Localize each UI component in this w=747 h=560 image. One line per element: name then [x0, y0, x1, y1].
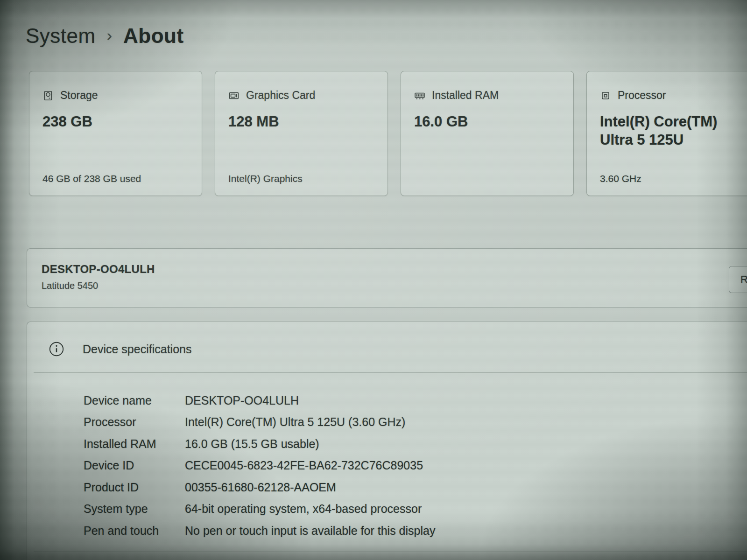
device-name-text: DESKTOP-OO4LULH — [42, 263, 155, 276]
installed-ram-card-value: 16.0 GB — [414, 113, 562, 131]
gpu-icon — [228, 90, 240, 101]
graphics-card-value: 128 MB — [228, 113, 376, 131]
divider — [34, 372, 747, 373]
spec-label: System type — [84, 502, 185, 516]
rename-pc-button[interactable]: R — [729, 266, 747, 293]
device-name-panel: DESKTOP-OO4LULH Latitude 5450 R — [27, 248, 747, 308]
graphics-card-sublabel: Intel(R) Graphics — [228, 173, 303, 184]
spec-row-installed-ram: Installed RAM 16.0 GB (15.5 GB usable) — [84, 433, 747, 455]
spec-label: Product ID — [84, 481, 185, 494]
processor-card-label: Processor — [618, 89, 666, 102]
storage-card-value: 238 GB — [42, 113, 190, 131]
spec-row-system-type: System type 64-bit operating system, x64… — [84, 498, 747, 520]
installed-ram-card: Installed RAM 16.0 GB — [401, 71, 574, 196]
spec-label: Device name — [84, 394, 185, 407]
spec-row-pen-and-touch: Pen and touch No pen or touch input is a… — [84, 520, 747, 542]
page-title: About — [123, 24, 184, 48]
spec-row-device-name: Device name DESKTOP-OO4LULH — [84, 390, 747, 412]
storage-card-label: Storage — [60, 89, 98, 102]
spec-label: Device ID — [84, 459, 185, 472]
breadcrumb-system[interactable]: System — [26, 24, 96, 48]
spec-value: Intel(R) Core(TM) Ultra 5 125U (3.60 GHz… — [185, 415, 405, 429]
device-specifications-panel: Device specifications Device name DESKTO… — [27, 322, 747, 560]
spec-value: 64-bit operating system, x64-based proce… — [185, 502, 422, 516]
spec-label: Processor — [84, 415, 185, 429]
divider — [34, 552, 747, 552]
processor-card: Processor Intel(R) Core(TM) Ultra 5 125U… — [586, 71, 747, 196]
spec-value: No pen or touch input is available for t… — [185, 524, 435, 538]
settings-about-page: System › About Storage 238 GB 46 GB of 2… — [0, 0, 747, 560]
hard-drive-icon — [42, 90, 54, 101]
spec-value: 00355-61680-62128-AAOEM — [185, 481, 336, 494]
graphics-card: Graphics Card 128 MB Intel(R) Graphics — [215, 71, 388, 196]
processor-card-sublabel: 3.60 GHz — [600, 173, 641, 184]
spec-value: 16.0 GB (15.5 GB usable) — [185, 437, 319, 451]
ram-icon — [414, 90, 425, 101]
spec-value: CECE0045-6823-42FE-BA62-732C76C89035 — [185, 459, 423, 472]
graphics-card-label: Graphics Card — [246, 89, 315, 102]
spec-row-processor: Processor Intel(R) Core(TM) Ultra 5 125U… — [84, 412, 747, 434]
info-icon — [48, 341, 65, 357]
spec-row-product-id: Product ID 00355-61680-62128-AAOEM — [84, 476, 747, 498]
storage-card-sublabel: 46 GB of 238 GB used — [42, 173, 141, 184]
device-specifications-expander[interactable]: Device specifications — [48, 335, 191, 363]
chevron-right-icon: › — [107, 26, 112, 44]
breadcrumb: System › About — [26, 24, 184, 48]
spec-label: Pen and touch — [84, 524, 185, 538]
spec-value: DESKTOP-OO4LULH — [185, 394, 299, 407]
device-model-text: Latitude 5450 — [42, 280, 98, 291]
processor-card-value: Intel(R) Core(TM) Ultra 5 125U — [600, 113, 747, 149]
cpu-icon — [600, 90, 611, 101]
installed-ram-card-label: Installed RAM — [432, 89, 499, 102]
storage-card: Storage 238 GB 46 GB of 238 GB used — [29, 71, 202, 196]
spec-label: Installed RAM — [84, 437, 185, 451]
summary-cards-row: Storage 238 GB 46 GB of 238 GB used Grap… — [29, 71, 747, 196]
spec-row-device-id: Device ID CECE0045-6823-42FE-BA62-732C76… — [84, 455, 747, 477]
spec-rows: Device name DESKTOP-OO4LULH Processor In… — [84, 390, 747, 542]
device-specifications-title: Device specifications — [83, 343, 191, 356]
